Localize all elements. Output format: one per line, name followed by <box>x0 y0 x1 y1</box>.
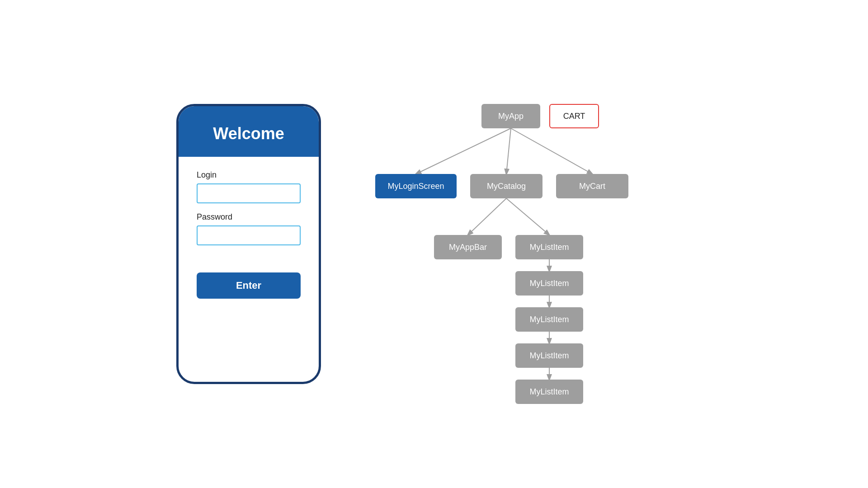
password-field-group: Password <box>197 212 301 245</box>
node-listitem-1: MyListItem <box>515 235 583 259</box>
node-listitem-3: MyListItem <box>515 307 583 332</box>
login-label: Login <box>197 170 301 180</box>
password-label: Password <box>197 212 301 222</box>
password-input[interactable] <box>197 225 301 245</box>
svg-line-0 <box>416 128 511 174</box>
node-myapp: MyApp <box>481 104 540 128</box>
node-catalog: MyCatalog <box>470 174 542 198</box>
node-login-screen: MyLoginScreen <box>375 174 457 198</box>
node-listitem-4: MyListItem <box>515 343 583 368</box>
node-appbar: MyAppBar <box>434 235 502 259</box>
node-listitem-2: MyListItem <box>515 271 583 296</box>
svg-line-1 <box>506 128 511 174</box>
svg-line-3 <box>468 198 506 235</box>
login-input[interactable] <box>197 183 301 203</box>
phone-mockup: Welcome Login Password Enter <box>176 104 321 384</box>
node-listitem-5: MyListItem <box>515 380 583 404</box>
svg-line-2 <box>511 128 592 174</box>
login-field-group: Login <box>197 170 301 203</box>
tree-diagram: MyApp CART MyLoginScreen MyCatalog MyCar… <box>375 104 692 384</box>
enter-button[interactable]: Enter <box>197 272 301 299</box>
svg-line-4 <box>506 198 549 235</box>
phone-body: Login Password Enter <box>179 157 319 382</box>
node-cart: CART <box>549 104 599 128</box>
phone-header: Welcome <box>179 106 319 157</box>
welcome-title: Welcome <box>188 124 310 143</box>
node-mycart: MyCart <box>556 174 628 198</box>
